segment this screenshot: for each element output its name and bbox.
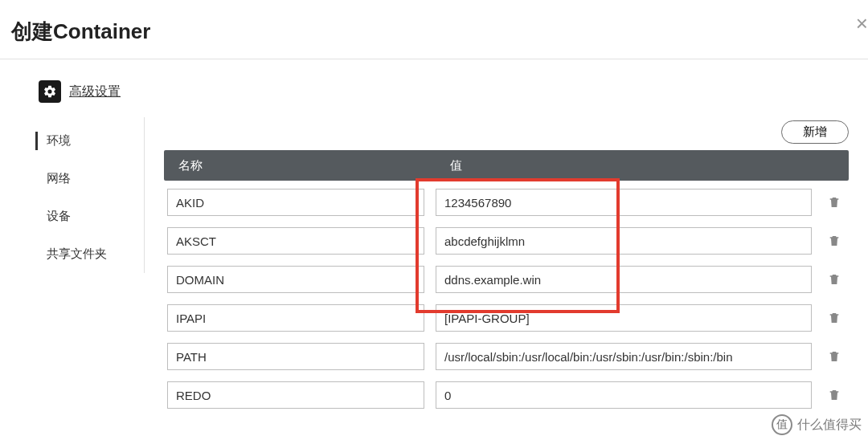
trash-icon[interactable] [823,388,845,402]
sidebar-item-network[interactable]: 网络 [35,160,144,198]
env-row [164,381,849,409]
close-icon[interactable]: × [856,11,868,36]
col-header-name: 名称 [178,158,450,173]
trash-icon[interactable] [823,195,845,210]
env-value-input[interactable] [436,304,812,332]
sidebar-item-label: 设备 [47,209,71,222]
col-header-value: 值 [450,158,834,173]
dialog-title: 创建Container [11,18,857,46]
add-button[interactable]: 新增 [781,120,849,144]
watermark-text: 什么值得买 [797,417,862,434]
env-name-input[interactable] [167,227,424,255]
env-row [164,227,849,255]
watermark-badge: 值 [772,414,792,435]
env-row [164,343,849,370]
env-row [164,189,849,216]
dialog-header: 创建Container [0,0,868,59]
env-value-input[interactable] [436,343,812,370]
advanced-settings-row[interactable]: 高级设置 [0,59,868,117]
table-header: 名称 值 [164,150,849,181]
env-value-input[interactable] [436,266,812,293]
env-name-input[interactable] [167,381,424,409]
sidebar-item-label: 共享文件夹 [47,246,107,260]
env-value-input[interactable] [436,381,812,409]
watermark: 值 什么值得买 [772,414,862,435]
env-row [164,266,849,293]
sidebar-item-env[interactable]: 环境 [35,122,144,160]
sidebar-item-device[interactable]: 设备 [35,198,144,235]
sidebar-item-shared[interactable]: 共享文件夹 [35,235,144,273]
sidebar: 环境 网络 设备 共享文件夹 [35,117,145,273]
gear-icon [39,80,61,103]
env-value-input[interactable] [436,227,812,255]
env-name-input[interactable] [167,189,424,216]
env-row [164,304,849,332]
sidebar-item-label: 网络 [47,171,71,185]
trash-icon[interactable] [823,272,845,287]
env-name-input[interactable] [167,304,424,332]
trash-icon[interactable] [823,311,845,325]
env-name-input[interactable] [167,343,424,370]
main-panel: 新增 名称 值 [145,117,868,420]
sidebar-item-label: 环境 [47,133,71,147]
advanced-settings-label: 高级设置 [69,84,121,100]
trash-icon[interactable] [823,234,845,248]
env-name-input[interactable] [167,266,424,293]
trash-icon[interactable] [823,349,845,364]
env-value-input[interactable] [436,189,812,216]
